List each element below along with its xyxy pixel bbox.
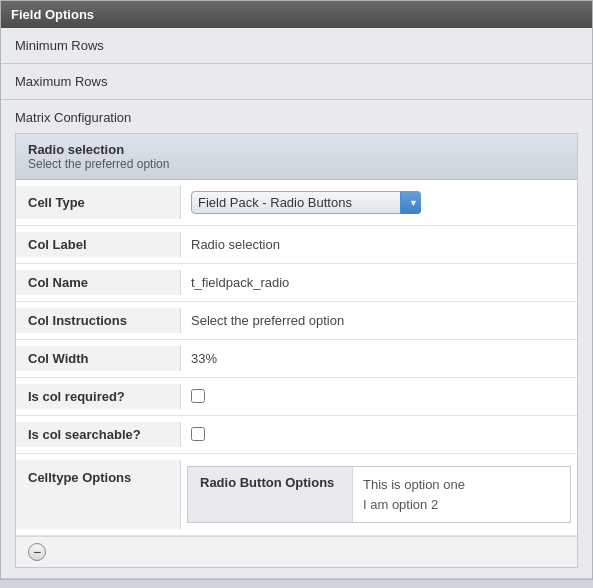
celltype-options-inner: Radio Button Options This is option one … <box>187 466 571 523</box>
celltype-options-label: Celltype Options <box>16 460 181 529</box>
col-width-label: Col Width <box>16 346 181 371</box>
is-col-searchable-checkbox[interactable] <box>191 427 205 441</box>
radio-option-2: I am option 2 <box>363 495 560 515</box>
radio-selection-subtitle: Select the preferred option <box>28 157 565 171</box>
col-name-row: Col Name t_fieldpack_radio <box>16 264 577 302</box>
radio-button-options-label: Radio Button Options <box>188 467 353 522</box>
celltype-options-value: Radio Button Options This is option one … <box>181 460 577 529</box>
matrix-config-label: Matrix Configuration <box>15 110 578 125</box>
col-width-row: Col Width 33% <box>16 340 577 378</box>
is-col-required-value <box>181 384 577 408</box>
cell-type-label: Cell Type <box>16 186 181 219</box>
is-col-required-row: Is col required? <box>16 378 577 416</box>
celltype-options-row: Celltype Options Radio Button Options Th… <box>16 454 577 536</box>
radio-selection-header: Radio selection Select the preferred opt… <box>16 134 577 180</box>
maximum-rows-label: Maximum Rows <box>15 74 107 89</box>
radio-options-text: This is option one I am option 2 <box>353 467 570 522</box>
col-label-label: Col Label <box>16 232 181 257</box>
col-instructions-value: Select the preferred option <box>181 308 577 333</box>
is-col-searchable-value <box>181 422 577 446</box>
col-width-value: 33% <box>181 346 577 371</box>
is-col-searchable-row: Is col searchable? <box>16 416 577 454</box>
cell-type-select[interactable]: Field Pack - Radio Buttons <box>191 191 421 214</box>
minimum-rows-label: Minimum Rows <box>15 38 104 53</box>
radio-selection-title: Radio selection <box>28 142 565 157</box>
panel-title: Field Options <box>11 7 94 22</box>
minus-button[interactable]: − <box>28 543 46 561</box>
radio-button-options-inner-row: Radio Button Options This is option one … <box>188 467 570 522</box>
col-name-label: Col Name <box>16 270 181 295</box>
matrix-inner: Radio selection Select the preferred opt… <box>15 133 578 568</box>
maximum-rows-row: Maximum Rows <box>1 64 592 100</box>
minimum-rows-row: Minimum Rows <box>1 28 592 64</box>
col-label-row: Col Label Radio selection <box>16 226 577 264</box>
cell-type-row: Cell Type Field Pack - Radio Buttons <box>16 180 577 226</box>
is-col-required-label: Is col required? <box>16 384 181 409</box>
panel-header: Field Options <box>1 1 592 28</box>
col-name-value: t_fieldpack_radio <box>181 270 577 295</box>
col-instructions-row: Col Instructions Select the preferred op… <box>16 302 577 340</box>
col-label-value: Radio selection <box>181 232 577 257</box>
is-col-required-checkbox[interactable] <box>191 389 205 403</box>
cell-type-select-wrapper[interactable]: Field Pack - Radio Buttons <box>191 191 421 214</box>
matrix-config-section: Matrix Configuration Radio selection Sel… <box>1 100 592 579</box>
is-col-searchable-label: Is col searchable? <box>16 422 181 447</box>
col-instructions-label: Col Instructions <box>16 308 181 333</box>
radio-option-1: This is option one <box>363 475 560 495</box>
minus-button-row: − <box>16 536 577 567</box>
cell-type-value: Field Pack - Radio Buttons <box>181 186 577 219</box>
field-options-panel: Field Options Minimum Rows Maximum Rows … <box>0 0 593 580</box>
